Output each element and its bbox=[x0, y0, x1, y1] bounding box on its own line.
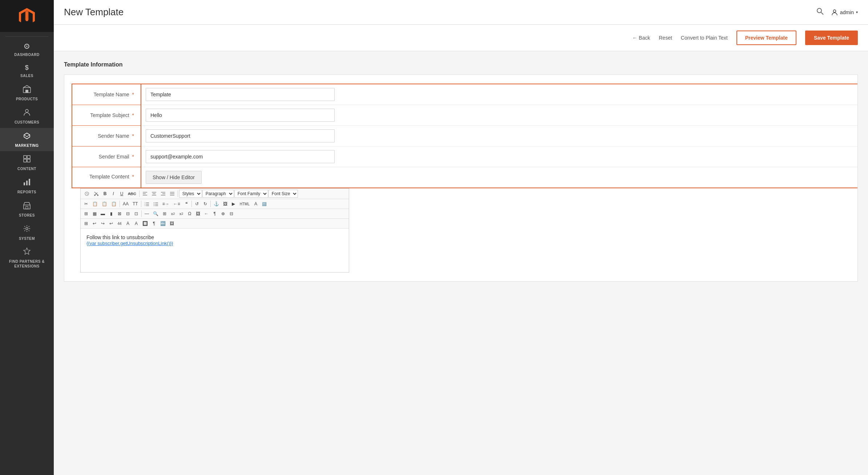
sidebar-item-sales[interactable]: $ SALES bbox=[0, 60, 54, 81]
toolbar-row-btn[interactable]: ▬ bbox=[99, 210, 107, 217]
toolbar-backcolor-btn[interactable]: 🔠 bbox=[260, 201, 268, 207]
convert-to-plain-text-button[interactable]: Convert to Plain Text bbox=[681, 35, 728, 41]
toolbar-del-table-btn[interactable]: ⊡ bbox=[132, 210, 140, 217]
toolbar-split-btn[interactable]: ⊟ bbox=[124, 210, 132, 217]
toolbar-img3-btn[interactable]: 🖼 bbox=[168, 220, 176, 227]
toolbar-nbsp-btn[interactable]: ⊕ bbox=[219, 210, 227, 217]
sidebar-item-marketing[interactable]: MARKETING bbox=[0, 128, 54, 151]
reset-button[interactable]: Reset bbox=[659, 35, 672, 41]
paragraph-select[interactable]: Paragraph bbox=[202, 190, 234, 198]
toolbar-strikethrough-btn[interactable]: ABC bbox=[126, 190, 138, 197]
toolbar-replace-btn[interactable]: TT bbox=[131, 200, 140, 208]
page-title: New Template bbox=[64, 7, 124, 18]
toolbar-hr-btn[interactable]: — bbox=[143, 210, 151, 217]
editor-unsubscribe-link[interactable]: {{var subscriber.getUnsubscriptionLink()… bbox=[86, 241, 173, 246]
template-content-label: Template Content bbox=[89, 174, 129, 180]
toolbar-merge-btn[interactable]: ⊠ bbox=[116, 210, 124, 217]
sidebar-item-content[interactable]: CONTENT bbox=[0, 151, 54, 174]
toolbar-paste-text-btn[interactable]: 📋 bbox=[109, 200, 118, 208]
toolbar-image-btn[interactable]: 🖼 bbox=[221, 200, 229, 208]
svg-line-19 bbox=[821, 12, 823, 15]
toolbar-para2-btn[interactable]: ¶ bbox=[150, 220, 158, 227]
toolbar-undo2-btn[interactable]: ↩ bbox=[90, 220, 98, 227]
toolbar-justify-btn[interactable] bbox=[168, 190, 177, 197]
sidebar-item-find-partners[interactable]: FIND PARTNERS & EXTENSIONS bbox=[0, 244, 54, 271]
unordered-list-icon bbox=[153, 201, 158, 206]
toolbar-paste-btn[interactable]: 📋 bbox=[100, 200, 109, 208]
editor-toolbar-row4: ⊞ ↩ ↪ ↩ 44 A A 🔲 ¶ 🔤 🖼 bbox=[81, 219, 349, 229]
toolbar-ul-btn[interactable] bbox=[152, 200, 160, 208]
toolbar-sep1 bbox=[139, 190, 140, 197]
sender-email-input[interactable] bbox=[146, 150, 335, 163]
template-subject-input[interactable] bbox=[146, 109, 335, 122]
sidebar-item-label: SALES bbox=[20, 74, 33, 78]
toolbar-fcb-btn[interactable]: A bbox=[132, 220, 140, 227]
customers-icon bbox=[23, 108, 31, 118]
sender-name-input[interactable] bbox=[146, 129, 335, 142]
template-name-label: Template Name bbox=[94, 92, 129, 97]
toolbar-redo-btn[interactable]: ↻ bbox=[201, 200, 209, 208]
template-name-input[interactable] bbox=[146, 88, 335, 101]
styles-select[interactable]: Styles bbox=[179, 190, 202, 198]
admin-user-menu[interactable]: admin ▾ bbox=[831, 9, 858, 16]
toolbar-image2-btn[interactable]: 🖼 bbox=[194, 210, 202, 217]
toolbar-undo-btn[interactable]: ↺ bbox=[193, 200, 201, 208]
search-button[interactable] bbox=[816, 7, 824, 17]
toolbar-rtl-btn[interactable]: ← bbox=[202, 210, 210, 217]
font-size-select[interactable]: Font Size bbox=[269, 190, 298, 198]
sidebar-item-products[interactable]: PRODUCTS bbox=[0, 81, 54, 105]
toolbar-link-btn[interactable]: ⚓ bbox=[212, 200, 221, 208]
toolbar-textbox-btn[interactable]: 🔤 bbox=[158, 220, 167, 227]
toolbar-redo2-btn[interactable]: ↪ bbox=[99, 220, 107, 227]
toolbar-table2-btn[interactable]: ⊞ bbox=[161, 210, 169, 217]
toolbar-outdent-btn[interactable]: ←≡ bbox=[171, 200, 182, 208]
toolbar-zoom2-btn[interactable]: ⊞ bbox=[82, 220, 90, 227]
toolbar-align-left-btn[interactable] bbox=[141, 190, 149, 197]
toolbar-blockquote-btn[interactable]: ❝ bbox=[182, 200, 190, 208]
toolbar-plugin-btn[interactable] bbox=[82, 190, 92, 198]
sidebar-item-system[interactable]: SYSTEM bbox=[0, 221, 54, 244]
toolbar-44-btn[interactable]: 44 bbox=[116, 221, 124, 227]
required-star: * bbox=[132, 112, 134, 118]
toolbar-italic-btn[interactable]: I bbox=[109, 190, 117, 197]
back-button[interactable]: ← Back bbox=[632, 35, 650, 41]
toolbar-align-center-btn[interactable] bbox=[150, 190, 158, 197]
toolbar-html-btn[interactable]: HTML bbox=[238, 201, 251, 207]
toolbar-superscript-btn[interactable]: x2 bbox=[177, 210, 185, 217]
toolbar-bold-btn[interactable]: B bbox=[101, 190, 109, 197]
sidebar-item-reports[interactable]: REPORTS bbox=[0, 174, 54, 198]
toolbar-fcc-btn[interactable]: 🔲 bbox=[141, 220, 150, 227]
toolbar-subscript-btn[interactable]: x2 bbox=[169, 210, 177, 217]
save-template-button[interactable]: Save Template bbox=[805, 31, 858, 45]
sidebar-item-dashboard[interactable]: ⊙ DASHBOARD bbox=[0, 38, 54, 60]
toolbar-media-btn[interactable]: ▶ bbox=[230, 200, 238, 208]
toolbar-special-char-btn[interactable]: Ω bbox=[186, 210, 194, 217]
preview-template-button[interactable]: Preview Template bbox=[736, 31, 796, 45]
toolbar-ol-btn[interactable]: 123 bbox=[142, 200, 151, 208]
toolbar-reset-btn[interactable]: ↩ bbox=[107, 220, 115, 227]
show-hide-editor-button[interactable]: Show / Hide Editor bbox=[146, 171, 202, 184]
toolbar-forecolor-btn[interactable]: A bbox=[252, 200, 260, 208]
toolbar-col-btn[interactable]: ▮ bbox=[107, 210, 115, 217]
sidebar-logo bbox=[0, 0, 54, 32]
toolbar-table-btn[interactable]: ⊞ bbox=[82, 210, 90, 217]
toolbar-underline-btn[interactable]: U bbox=[118, 190, 126, 197]
toolbar-fca-btn[interactable]: A bbox=[124, 220, 132, 227]
svg-point-16 bbox=[26, 228, 28, 230]
editor-content-area[interactable]: Follow this link to unsubscribe {{var su… bbox=[81, 229, 349, 272]
toolbar-find-btn[interactable]: AA bbox=[121, 200, 130, 208]
toolbar-align-right-btn[interactable] bbox=[159, 190, 167, 197]
section-title: Template Information bbox=[64, 61, 858, 68]
sidebar-item-customers[interactable]: CUSTOMERS bbox=[0, 105, 54, 128]
toolbar-para-btn[interactable]: ¶ bbox=[211, 210, 219, 217]
sidebar-item-stores[interactable]: STORES bbox=[0, 198, 54, 221]
sales-icon: $ bbox=[25, 64, 29, 72]
toolbar-cell-btn[interactable]: ▦ bbox=[90, 210, 98, 217]
toolbar-cut2-btn[interactable]: ✂ bbox=[82, 200, 90, 208]
toolbar-copy-btn[interactable]: 📋 bbox=[90, 200, 100, 208]
font-family-select[interactable]: Font Family bbox=[234, 190, 268, 198]
toolbar-del2-btn[interactable]: ⊟ bbox=[227, 210, 235, 217]
toolbar-indent-btn[interactable]: ≡→ bbox=[161, 200, 171, 208]
toolbar-cut-btn[interactable] bbox=[92, 190, 101, 197]
toolbar-zoom-btn[interactable]: 🔍 bbox=[151, 210, 160, 217]
